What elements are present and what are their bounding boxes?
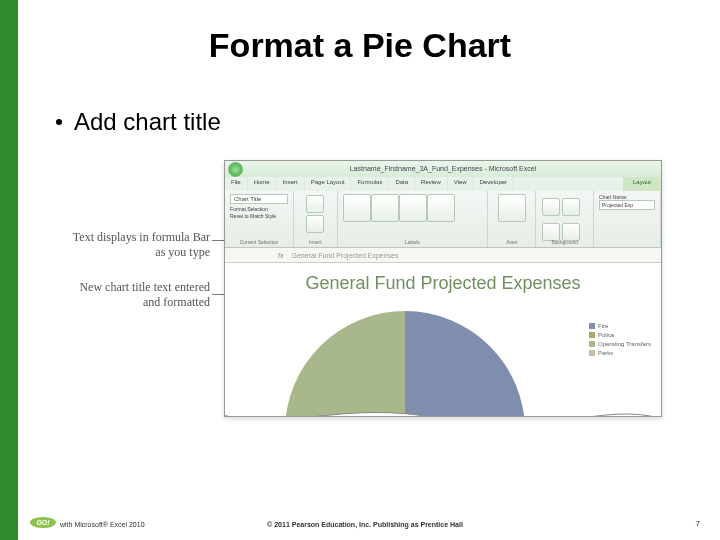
legend-item-4: Parks [589,350,651,356]
group-label-insert: Insert [294,239,337,245]
ribbon-group-current-selection: Chart Title Format Selection Reset to Ma… [225,191,294,247]
chart-element-selector[interactable]: Chart Title [230,194,288,204]
group-label-current: Current Selection [225,239,293,245]
ribbon-group-labels: Labels [338,191,489,247]
callout-chart-title: New chart title text entered and formatt… [70,280,210,310]
group-label-labels: Labels [338,239,488,245]
axes-button[interactable] [498,194,526,222]
excel-title-bar: Lastname_Firstname_3A_Fund_Expenses - Mi… [225,161,661,177]
tab-home[interactable]: Home [248,177,277,191]
tab-pagelayout[interactable]: Page Layout [305,177,352,191]
ribbon-group-insert: Insert [294,191,338,247]
chart-legend: Fire Police Operating Transfers Parks [589,323,651,359]
chart-sheet: General Fund Projected Expenses Fire Pol… [225,263,661,417]
footer-center: © 2011 Pearson Education, Inc. Publishin… [30,521,700,528]
excel-ribbon: Chart Title Format Selection Reset to Ma… [225,191,661,248]
ribbon-group-background: Background [536,191,594,247]
legend-label-2: Police [598,332,614,338]
group-label-background: Background [536,239,593,245]
office-button-icon [228,162,243,177]
tab-review[interactable]: Review [415,177,448,191]
tab-file[interactable]: File [225,177,248,191]
formula-bar: fx General Fund Projected Expenses [225,248,661,263]
insert-picture-icon[interactable] [306,195,324,213]
formula-bar-text[interactable]: General Fund Projected Expenses [287,252,398,259]
legend-swatch-1 [589,323,595,329]
legend-swatch-2 [589,332,595,338]
excel-window-title: Lastname_Firstname_3A_Fund_Expenses - Mi… [350,165,536,172]
chart-name-field[interactable]: Projected Exp [599,200,655,210]
plot-area-icon[interactable] [542,198,560,216]
insert-shapes-icon[interactable] [306,215,324,233]
legend-button[interactable] [399,194,427,222]
slide-title: Format a Pie Chart [0,26,720,65]
tab-insert[interactable]: Insert [277,177,305,191]
tab-context-layout[interactable]: Layout [623,177,661,191]
ribbon-group-axes: Axes [488,191,536,247]
ribbon-group-properties: Chart Name: Projected Exp [594,191,661,247]
format-selection-button[interactable]: Format Selection [230,206,268,212]
tab-view[interactable]: View [448,177,474,191]
tab-developer[interactable]: Developer [474,177,514,191]
bullet-item: Add chart title [56,108,221,136]
axis-titles-button[interactable] [371,194,399,222]
legend-label-1: Fire [598,323,608,329]
slide-footer: GO! with Microsoft® Excel 2010 © 2011 Pe… [30,517,700,528]
legend-item-3: Operating Transfers [589,341,651,347]
chart-wall-icon[interactable] [562,198,580,216]
excel-ribbon-tabs: File Home Insert Page Layout Formulas Da… [225,177,661,191]
legend-item-2: Police [589,332,651,338]
legend-swatch-3 [589,341,595,347]
bullet-dot [56,119,62,125]
legend-item-1: Fire [589,323,651,329]
legend-label-3: Operating Transfers [598,341,651,347]
legend-swatch-4 [589,350,595,356]
illustration: Text displays in formula Bar as you type… [74,160,662,420]
fx-icon[interactable]: fx [274,252,287,259]
reset-style-button[interactable]: Reset to Match Style [230,213,276,219]
chart-title-button[interactable] [343,194,371,222]
callout-formula-bar: Text displays in formula Bar as you type [70,230,210,260]
pie-chart[interactable] [285,311,525,417]
chart-title[interactable]: General Fund Projected Expenses [225,273,661,294]
excel-screenshot: Lastname_Firstname_3A_Fund_Expenses - Mi… [224,160,662,417]
legend-label-4: Parks [598,350,613,356]
tab-formulas[interactable]: Formulas [351,177,389,191]
group-label-axes: Axes [488,239,535,245]
bullet-text: Add chart title [74,108,221,135]
data-labels-button[interactable] [427,194,455,222]
tab-data[interactable]: Data [389,177,415,191]
slide-accent-bar [0,0,18,540]
